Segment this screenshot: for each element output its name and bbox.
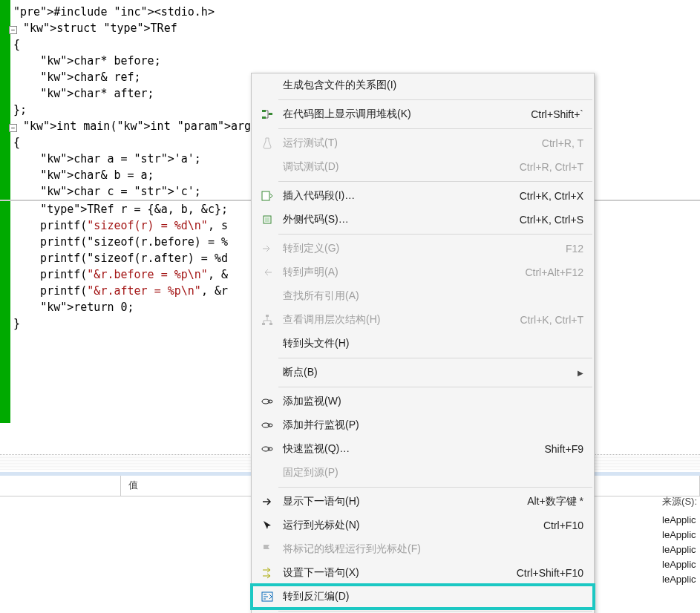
code-line[interactable]: "pre">#include "inc"><stdio.h>	[0, 4, 700, 20]
menu-item: 转到声明(A)Ctrl+Alt+F12	[252, 260, 594, 284]
source-row: leApplic	[662, 513, 697, 528]
menu-item[interactable]: 在代码图上显示调用堆栈(K)Ctrl+Shift+`	[252, 102, 594, 126]
svg-rect-0	[262, 110, 266, 112]
menu-item-label: 外侧代码(S)…	[283, 213, 505, 226]
svg-point-14	[268, 448, 272, 450]
menu-item-shortcut: Ctrl+Shift+F10	[517, 567, 583, 579]
menu-item[interactable]: 转到头文件(H)	[252, 332, 594, 355]
menu-item-label: 设置下一语句(X)	[283, 566, 502, 580]
context-menu[interactable]: 生成包含文件的关系图(I)在代码图上显示调用堆栈(K)Ctrl+Shift+`运…	[251, 73, 595, 613]
arrow-right-icon	[258, 494, 277, 509]
blank-icon	[258, 160, 277, 174]
menu-item: 调试测试(D)Ctrl+R, Ctrl+T	[252, 155, 594, 179]
svg-rect-7	[262, 323, 265, 325]
menu-item-shortcut: Alt+数字键 *	[527, 495, 583, 508]
disasm-icon	[258, 589, 277, 604]
menu-item[interactable]: 转到反汇编(D)	[252, 585, 594, 609]
menu-item: 将标记的线程运行到光标处(F)	[252, 537, 594, 561]
menu-item[interactable]: 添加并行监视(P)	[252, 413, 594, 437]
setnext-icon	[258, 566, 277, 580]
menu-item-label: 显示下一语句(H)	[283, 495, 512, 508]
menu-item-shortcut: Ctrl+R, T	[542, 137, 583, 149]
submenu-arrow-icon: ▶	[578, 369, 583, 377]
code-line[interactable]: {	[0, 36, 700, 53]
menu-item-label: 快速监视(Q)…	[283, 442, 529, 456]
menu-item: 运行测试(T)Ctrl+R, T	[252, 131, 594, 155]
menu-item[interactable]: 插入代码段(I)…Ctrl+K, Ctrl+X	[252, 184, 594, 208]
cursor-icon	[258, 518, 277, 533]
svg-rect-3	[262, 191, 269, 200]
blank-icon	[258, 289, 277, 304]
menu-separator	[278, 387, 592, 387]
menu-item-shortcut: Ctrl+K, Ctrl+T	[520, 314, 583, 326]
watch-icon	[258, 418, 277, 433]
godef-icon	[258, 241, 277, 256]
source-row: leApplic	[662, 528, 697, 542]
menu-item-label: 调试测试(D)	[283, 160, 505, 174]
menu-item[interactable]: 运行到光标处(N)Ctrl+F10	[252, 514, 594, 537]
source-row: leApplic	[662, 557, 697, 572]
menu-item-label: 断点(B)	[283, 366, 566, 379]
menu-item-shortcut: Ctrl+R, Ctrl+T	[520, 161, 583, 173]
menu-separator	[278, 611, 592, 612]
code-line[interactable]: "kw">char* before;	[0, 53, 700, 69]
flag-icon	[258, 542, 277, 557]
menu-separator	[278, 358, 592, 358]
menu-item-label: 转到头文件(H)	[283, 337, 583, 350]
menu-item[interactable]: 快速监视(Q)…Shift+F9	[252, 437, 594, 461]
locals-col-name[interactable]	[0, 476, 121, 496]
menu-item: 查看调用层次结构(H)Ctrl+K, Ctrl+T	[252, 308, 594, 332]
menu-item-shortcut: Ctrl+Alt+F12	[525, 266, 583, 278]
svg-point-12	[268, 424, 272, 427]
code-line[interactable]: −"kw">struct "type">TRef	[0, 20, 700, 36]
godecl-icon	[258, 265, 277, 280]
menu-item-label: 转到定义(G)	[283, 242, 551, 255]
menu-item-shortcut: Ctrl+K, Ctrl+X	[520, 190, 583, 202]
menu-item-label: 查找所有引用(A)	[283, 289, 583, 303]
menu-item-label: 将标记的线程运行到光标处(F)	[283, 542, 583, 556]
menu-separator	[278, 234, 592, 235]
blank-icon	[258, 365, 277, 380]
menu-item: 固定到源(P)	[252, 461, 594, 485]
menu-item[interactable]: 设置下一语句(X)Ctrl+Shift+F10	[252, 561, 594, 585]
menu-item-shortcut: Shift+F9	[544, 443, 583, 455]
menu-item[interactable]: 外侧代码(S)…Ctrl+K, Ctrl+S	[252, 208, 594, 232]
watch-icon	[258, 394, 277, 409]
menu-item-label: 在代码图上显示调用堆栈(K)	[283, 108, 516, 121]
menu-item-label: 运行测试(T)	[283, 137, 527, 150]
callstack-icon	[258, 107, 277, 122]
source-row: leApplic	[662, 572, 697, 587]
menu-item-label: 转到声明(A)	[283, 266, 510, 279]
surround-icon	[258, 212, 277, 227]
fold-icon[interactable]: −	[9, 26, 17, 34]
fold-icon[interactable]: −	[9, 124, 17, 132]
svg-rect-8	[269, 323, 272, 325]
hier-icon	[258, 312, 277, 327]
menu-item-label: 插入代码段(I)…	[283, 189, 505, 203]
menu-separator	[278, 99, 592, 100]
menu-item[interactable]: 断点(B)▶	[252, 361, 594, 384]
menu-item: 转到定义(G)F12	[252, 237, 594, 260]
menu-item: 查找所有引用(A)	[252, 284, 594, 308]
source-label: 来源(S):	[662, 495, 697, 508]
menu-item-label: 查看调用层次结构(H)	[283, 313, 505, 327]
menu-item-label: 运行到光标处(N)	[283, 519, 529, 532]
svg-rect-1	[262, 117, 266, 119]
menu-item-label: 固定到源(P)	[283, 466, 583, 479]
menu-separator	[278, 181, 592, 182]
snippet-icon	[258, 189, 277, 203]
source-row: leApplic	[662, 542, 697, 557]
menu-item[interactable]: 显示下一语句(H)Alt+数字键 *	[252, 490, 594, 514]
menu-item-shortcut: Ctrl+K, Ctrl+S	[520, 214, 583, 226]
menu-item-label: 添加并行监视(P)	[283, 419, 583, 432]
blank-icon	[258, 78, 277, 93]
flask-icon	[258, 136, 277, 151]
menu-item-shortcut: Ctrl+Shift+`	[531, 108, 583, 120]
svg-rect-5	[265, 217, 269, 222]
menu-item-shortcut: Ctrl+F10	[543, 519, 583, 531]
menu-item-label: 添加监视(W)	[283, 395, 583, 408]
blank-icon	[258, 465, 277, 480]
menu-item[interactable]: 添加监视(W)	[252, 390, 594, 413]
menu-item[interactable]: 生成包含文件的关系图(I)	[252, 73, 594, 97]
menu-separator	[278, 128, 592, 129]
